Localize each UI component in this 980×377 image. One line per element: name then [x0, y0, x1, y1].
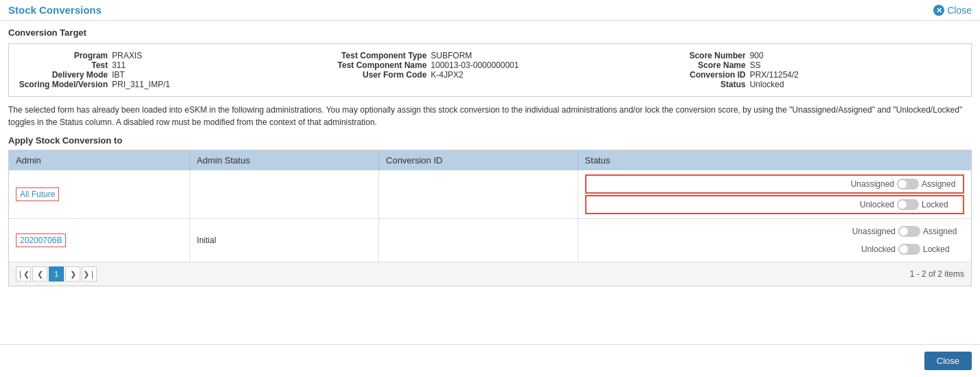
- ct-program-row: Program PRAXIS: [19, 51, 323, 60]
- status-block-unassigned-assigned-1: Unassigned Assigned: [585, 174, 964, 194]
- score-number-label: Score Number: [657, 51, 746, 60]
- score-name-label: Score Name: [657, 60, 746, 70]
- pagination-controls: ❘❮ ❮ 1 ❯ ❯❘: [16, 266, 97, 282]
- info-text: The selected form has already been loade…: [8, 104, 972, 128]
- scoring-model-value: PRI_311_IMP/1: [112, 80, 170, 89]
- pagination-first[interactable]: ❘❮: [16, 266, 31, 282]
- ct-col3: Score Number 900 Score Name SS Conversio…: [657, 51, 961, 89]
- page-wrapper: Stock Conversions ✕ Close Conversion Tar…: [0, 0, 980, 377]
- pagination-last[interactable]: ❯❘: [82, 266, 97, 282]
- footer-bar: Close: [0, 344, 980, 377]
- test-value: 311: [112, 60, 126, 70]
- status-block-unassigned-assigned-2: Unassigned Assigned: [585, 223, 964, 240]
- table-scroll-wrapper[interactable]: Admin Admin Status Conversion ID Status …: [9, 150, 971, 262]
- score-name-value: SS: [750, 60, 761, 70]
- conversion-id-label: Conversion ID: [657, 70, 746, 80]
- status-value: Unlocked: [750, 80, 784, 89]
- page-header: Stock Conversions ✕ Close: [0, 0, 980, 21]
- delivery-mode-value: IBT: [112, 70, 125, 80]
- delivery-mode-label: Delivery Mode: [19, 70, 108, 80]
- pagination-next[interactable]: ❯: [65, 266, 80, 282]
- conversion-id-cell-2: [379, 219, 578, 262]
- toggle-assigned-2[interactable]: [898, 226, 920, 237]
- ct-tct-row: Test Component Type SUBFORM: [337, 51, 642, 60]
- status-cell-1: Unassigned Assigned: [578, 170, 971, 219]
- pagination-info: 1 - 2 of 2 items: [910, 269, 964, 279]
- admin-link-1[interactable]: All Future: [16, 187, 59, 201]
- data-table: Admin Admin Status Conversion ID Status …: [9, 150, 971, 262]
- close-button-top[interactable]: ✕ Close: [933, 5, 972, 16]
- col-header-admin-status: Admin Status: [190, 150, 378, 170]
- conversion-id-cell-1: [379, 170, 578, 219]
- unlocked-label-1: Unlocked: [842, 200, 897, 209]
- ct-scoring-row: Scoring Model/Version PRI_311_IMP/1: [19, 80, 323, 89]
- close-icon: ✕: [933, 5, 944, 16]
- toggle-assigned-1[interactable]: [897, 179, 919, 190]
- locked-label-2: Locked: [920, 244, 961, 254]
- table-row: All Future: [9, 170, 971, 219]
- scoring-model-label: Scoring Model/Version: [19, 80, 108, 89]
- conversion-id-value: PRX/11254/2: [750, 70, 799, 80]
- admin-status-cell-1: [190, 170, 378, 219]
- test-label: Test: [19, 60, 108, 70]
- col-header-conversion-id: Conversion ID: [379, 150, 578, 170]
- score-number-value: 900: [750, 51, 764, 60]
- test-component-name-value: 100013-03-0000000001: [431, 60, 519, 70]
- table-row: 20200706B Initial: [9, 219, 971, 262]
- user-form-code-value: K-4JPX2: [431, 70, 463, 80]
- ct-score-number-row: Score Number 900: [657, 51, 961, 60]
- admin-cell-1: All Future: [9, 170, 190, 219]
- pagination-bar: ❘❮ ❮ 1 ❯ ❯❘ 1 - 2 of 2 items: [9, 262, 971, 286]
- ct-col2: Test Component Type SUBFORM Test Compone…: [337, 51, 642, 89]
- user-form-code-label: User Form Code: [337, 70, 426, 80]
- status-label: Status: [657, 80, 746, 89]
- toggle-locked-2[interactable]: [898, 244, 920, 255]
- col-header-status: Status: [578, 150, 971, 170]
- ct-tcn-row: Test Component Name 100013-03-0000000001: [337, 60, 642, 70]
- ct-ufc-row: User Form Code K-4JPX2: [337, 70, 642, 80]
- col-header-admin: Admin: [9, 150, 190, 170]
- test-component-type-label: Test Component Type: [337, 51, 426, 60]
- unassigned-label-1: Unassigned: [842, 179, 897, 189]
- table-container: Admin Admin Status Conversion ID Status …: [8, 150, 972, 286]
- table-header-row: Admin Admin Status Conversion ID Status: [9, 150, 971, 170]
- conversion-target-box: Program PRAXIS Test 311 Delivery Mode IB…: [8, 43, 972, 97]
- program-value: PRAXIS: [112, 51, 142, 60]
- ct-col1: Program PRAXIS Test 311 Delivery Mode IB…: [19, 51, 323, 89]
- unassigned-label-2: Unassigned: [843, 227, 898, 236]
- assigned-label-1: Assigned: [919, 179, 960, 189]
- ct-score-name-row: Score Name SS: [657, 60, 961, 70]
- apply-section-title: Apply Stock Conversion to: [8, 135, 972, 146]
- admin-link-2[interactable]: 20200706B: [16, 233, 66, 247]
- ct-status-row: Status Unlocked: [657, 80, 961, 89]
- conversion-target-grid: Program PRAXIS Test 311 Delivery Mode IB…: [19, 51, 961, 89]
- content-area: Conversion Target Program PRAXIS Test 31…: [0, 21, 980, 293]
- test-component-name-label: Test Component Name: [337, 60, 426, 70]
- pagination-prev[interactable]: ❮: [32, 266, 47, 282]
- test-component-type-value: SUBFORM: [431, 51, 472, 60]
- ct-conversion-id-row: Conversion ID PRX/11254/2: [657, 70, 961, 80]
- status-block-unlocked-locked-2: Unlocked Locked: [585, 241, 964, 258]
- status-cell-2: Unassigned Assigned: [578, 219, 971, 262]
- status-block-unlocked-locked-1: Unlocked Locked: [585, 195, 964, 214]
- assigned-label-2: Assigned: [920, 227, 961, 236]
- unlocked-label-2: Unlocked: [843, 244, 898, 254]
- ct-delivery-row: Delivery Mode IBT: [19, 70, 323, 80]
- ct-test-row: Test 311: [19, 60, 323, 70]
- admin-cell-2: 20200706B: [9, 219, 190, 262]
- program-label: Program: [19, 51, 108, 60]
- close-button-bottom[interactable]: Close: [924, 352, 972, 370]
- page-title: Stock Conversions: [8, 4, 102, 16]
- locked-label-1: Locked: [919, 200, 960, 209]
- pagination-page-1[interactable]: 1: [49, 266, 64, 282]
- conversion-target-title: Conversion Target: [8, 27, 972, 38]
- admin-status-cell-2: Initial: [190, 219, 378, 262]
- toggle-locked-1[interactable]: [897, 199, 919, 210]
